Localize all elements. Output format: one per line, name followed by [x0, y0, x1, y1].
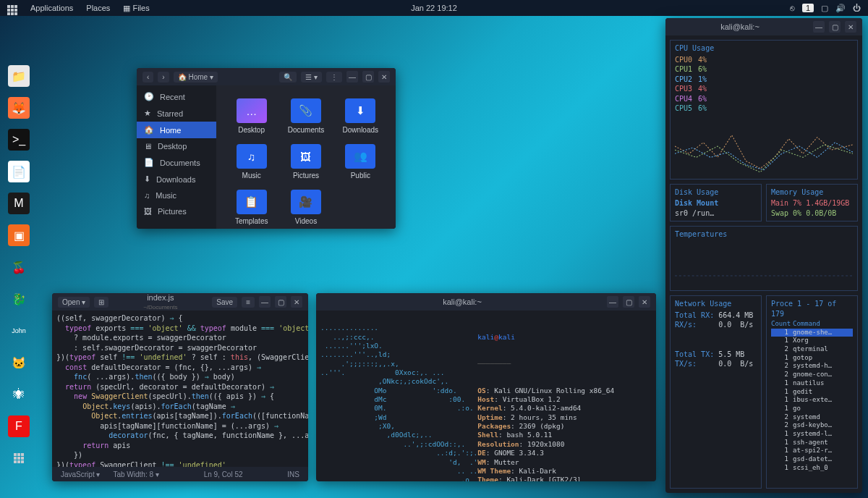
sysmon-content: CPU Usage CPU04%CPU16%CPU21%CPU34%CPU46%…	[665, 35, 862, 493]
dock-faraday[interactable]: F	[8, 415, 30, 437]
path-home[interactable]: 🏠 Home ▾	[174, 72, 218, 83]
maximize-button[interactable]: ▢	[362, 71, 374, 83]
desktop-icon: 🖥	[144, 142, 152, 151]
minimize-button[interactable]: —	[346, 71, 358, 83]
folder-documents[interactable]: 📎Documents	[279, 94, 332, 138]
sysmon-title: kali@kali:~	[720, 22, 760, 31]
process-row[interactable]: 1ssh-agent	[771, 439, 853, 447]
files-sidebar: 🕑Recent★Starred🏠Home🖥Desktop📄Documents⬇D…	[137, 85, 216, 229]
terminal-content[interactable]: .............. ..,;:ccc,. ......''';lxO.…	[316, 311, 656, 481]
downloads-icon: ⬇	[144, 174, 150, 184]
dock-firefox[interactable]: 🦊	[8, 97, 30, 119]
forward-button[interactable]: ›	[158, 72, 169, 83]
process-row[interactable]: 2qterminal	[771, 345, 853, 354]
folder-templates[interactable]: 📋Templates	[225, 185, 278, 229]
process-row[interactable]: 1gotop	[771, 354, 853, 363]
menu-applications[interactable]: Applications	[30, 4, 73, 12]
files-window: ‹ › 🏠 Home ▾ 🔍 ☰ ▾ ⋮ — ▢ ✕ 🕑Recent★Starr…	[137, 68, 396, 229]
open-button[interactable]: Open ▾	[58, 297, 90, 308]
folder-downloads[interactable]: ⬇Downloads	[334, 94, 387, 138]
close-button[interactable]: ✕	[639, 296, 650, 308]
sidebar-item-starred[interactable]: ★Starred	[137, 105, 216, 122]
process-row[interactable]: 2systemd	[771, 413, 853, 422]
hamburger-icon[interactable]: ⋮	[326, 72, 342, 83]
terminal-titlebar[interactable]: kali@kali:~ — ▢ ✕	[316, 293, 656, 311]
process-row[interactable]: 2gnome-con…	[771, 371, 853, 379]
process-row[interactable]: 1nautilus	[771, 379, 853, 388]
screen-icon[interactable]: ▢	[821, 4, 828, 13]
process-row[interactable]: 1gsd-datet…	[771, 455, 853, 464]
clock[interactable]: Jan 22 19:12	[411, 4, 457, 12]
close-button[interactable]: ✕	[291, 296, 302, 308]
minimize-button[interactable]: —	[813, 21, 825, 33]
cpu-title: CPU Usage	[675, 43, 853, 54]
folder-pictures[interactable]: 🖼Pictures	[279, 140, 332, 184]
save-button[interactable]: Save	[212, 297, 237, 308]
minimize-button[interactable]: —	[259, 296, 271, 308]
process-row[interactable]: 1gedit	[771, 388, 853, 397]
sidebar-item-home[interactable]: 🏠Home	[137, 122, 216, 138]
minimize-button[interactable]: —	[607, 296, 618, 308]
search-icon[interactable]: 🔍	[279, 72, 297, 83]
folder-desktop[interactable]: …Desktop	[225, 94, 278, 138]
dock-terminal[interactable]: >_	[8, 129, 30, 151]
close-button[interactable]: ✕	[378, 71, 390, 83]
recent-icon: 🕑	[144, 92, 154, 101]
view-toggle[interactable]: ☰ ▾	[301, 72, 322, 83]
dock-burp[interactable]: ▣	[8, 224, 30, 246]
activities-icon[interactable]	[7, 1, 17, 15]
dock-show-apps[interactable]	[8, 447, 30, 469]
lang-selector[interactable]: JavaScript ▾	[61, 470, 100, 478]
dock-metasploit[interactable]: M	[8, 193, 30, 214]
process-row[interactable]: 2systemd-h…	[771, 362, 853, 371]
editor-titlebar[interactable]: Open ▾ ⊞ index.js ~/Documents Save ≡ — ▢…	[52, 293, 308, 311]
close-button[interactable]: ✕	[845, 21, 856, 33]
sysmon-window: kali@kali:~ — ▢ ✕ CPU Usage CPU04%CPU16%…	[665, 18, 862, 493]
dock-files[interactable]: 📁	[8, 65, 30, 87]
back-button[interactable]: ‹	[142, 72, 153, 83]
tray-icon[interactable]: ⎋	[790, 4, 795, 12]
process-row[interactable]: 2gsd-keybo…	[771, 421, 853, 430]
editor-content[interactable]: ((self, swaggerDecorator) ⇒ { typeof exp…	[52, 311, 308, 467]
menu-places[interactable]: Places	[86, 4, 110, 12]
process-row[interactable]: 1at-spi2-r…	[771, 447, 853, 455]
dock-john[interactable]: John	[8, 320, 30, 342]
sidebar-item-pictures[interactable]: 🖼Pictures	[137, 203, 216, 219]
sidebar-item-documents[interactable]: 📄Documents	[137, 154, 216, 171]
editor-window: Open ▾ ⊞ index.js ~/Documents Save ≡ — ▢…	[52, 293, 308, 481]
process-row[interactable]: 1scsi_eh_0	[771, 464, 853, 473]
dock-cherrytree[interactable]: 🍒	[8, 256, 30, 278]
dock-wireshark[interactable]: 🐱	[8, 352, 30, 374]
maximize-button[interactable]: ▢	[275, 296, 286, 308]
power-icon[interactable]: ⏻	[853, 4, 861, 12]
dock-document[interactable]: 📄	[8, 161, 30, 182]
dock-ettercap[interactable]: 🕷	[8, 384, 30, 405]
process-row[interactable]: 1go	[771, 405, 853, 413]
maximize-button[interactable]: ▢	[829, 21, 841, 33]
volume-icon[interactable]: 🔊	[835, 4, 846, 13]
sidebar-item-desktop[interactable]: 🖥Desktop	[137, 138, 216, 154]
insert-mode[interactable]: INS	[287, 470, 299, 478]
process-row[interactable]: 1ibus-exte…	[771, 396, 853, 405]
dock-ghidra[interactable]: 🐉	[8, 288, 30, 310]
process-row[interactable]: 1systemd-l…	[771, 430, 853, 439]
workspace-indicator[interactable]: 1	[802, 4, 814, 12]
folder-public[interactable]: 👥Public	[334, 140, 387, 184]
tabwidth-selector[interactable]: Tab Width: 8 ▾	[113, 470, 158, 478]
menu-files[interactable]: ▦ Files	[123, 4, 149, 13]
editor-title: index.js ~/Documents	[143, 293, 177, 311]
sidebar-item-recent[interactable]: 🕑Recent	[137, 88, 216, 105]
files-titlebar[interactable]: ‹ › 🏠 Home ▾ 🔍 ☰ ▾ ⋮ — ▢ ✕	[137, 68, 396, 85]
folder-music[interactable]: ♫Music	[225, 140, 278, 184]
new-tab-button[interactable]: ⊞	[94, 297, 109, 308]
hamburger-icon[interactable]: ≡	[242, 297, 255, 308]
dock: 📁🦊>_📄M▣🍒🐉John🐱🕷F	[3, 65, 35, 469]
process-row[interactable]: 1Xorg	[771, 337, 853, 345]
process-row[interactable]: 1gnome-she…	[771, 329, 853, 337]
sidebar-item-music[interactable]: ♫Music	[137, 187, 216, 203]
sysmon-titlebar[interactable]: kali@kali:~ — ▢ ✕	[665, 18, 862, 35]
sidebar-item-downloads[interactable]: ⬇Downloads	[137, 171, 216, 187]
maximize-button[interactable]: ▢	[623, 296, 634, 308]
folder-videos[interactable]: 🎥Videos	[279, 185, 332, 229]
files-grid[interactable]: …Desktop📎Documents⬇Downloads♫Music🖼Pictu…	[216, 85, 396, 229]
